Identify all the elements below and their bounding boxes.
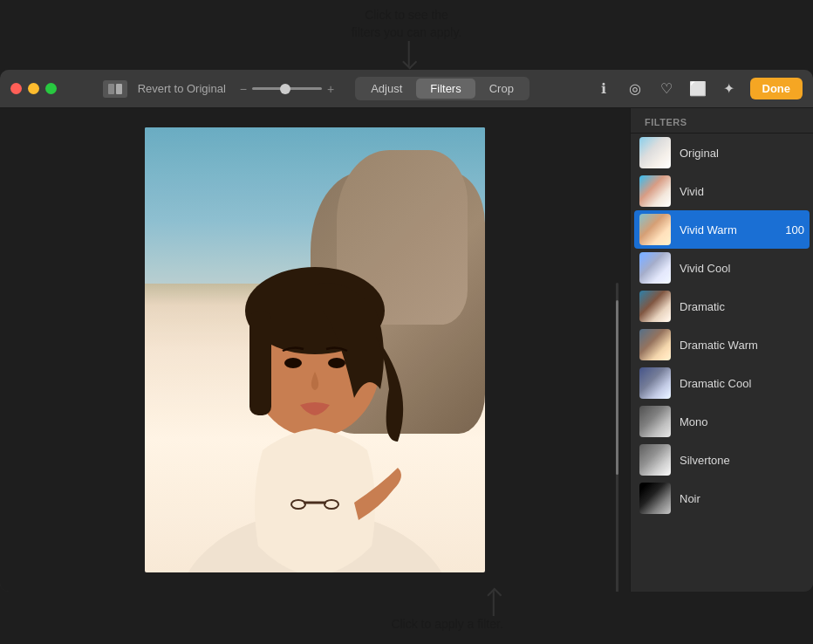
tab-filters[interactable]: Filters bbox=[416, 79, 475, 99]
filter-name-mono: Mono bbox=[680, 415, 804, 428]
info-button[interactable]: ℹ bbox=[593, 79, 614, 99]
filters-header: FILTERS bbox=[631, 108, 813, 134]
filter-item-vivid-cool[interactable]: Vivid Cool bbox=[631, 249, 813, 287]
filter-thumb-dramatic-cool bbox=[639, 367, 671, 399]
filter-thumb-original bbox=[639, 137, 671, 168]
filter-name-silvertone: Silvertone bbox=[680, 454, 804, 467]
filter-item-original[interactable]: Original bbox=[631, 134, 813, 172]
tooltip-top: Click to see the filters you can apply. bbox=[352, 7, 462, 41]
tooltip-top-line1: Click to see the bbox=[365, 8, 448, 22]
tab-crop[interactable]: Crop bbox=[475, 79, 528, 99]
photo-background bbox=[145, 127, 485, 572]
filter-thumb-dramatic bbox=[639, 291, 671, 322]
svg-rect-6 bbox=[249, 311, 271, 415]
compare-button[interactable] bbox=[103, 80, 127, 98]
filter-item-mono[interactable]: Mono bbox=[631, 402, 813, 441]
traffic-lights bbox=[10, 83, 57, 94]
zoom-minus[interactable]: − bbox=[240, 82, 247, 96]
main-window: Revert to Original − + Adjust Filters Cr… bbox=[0, 70, 813, 592]
photo-container bbox=[145, 127, 485, 572]
filter-thumb-dramatic-warm bbox=[639, 329, 671, 360]
svg-point-8 bbox=[328, 358, 345, 368]
magic-button[interactable]: ✦ bbox=[719, 79, 740, 99]
filter-item-vivid-warm[interactable]: Vivid Warm100 bbox=[634, 210, 810, 249]
titlebar: Revert to Original − + Adjust Filters Cr… bbox=[0, 70, 813, 108]
filter-name-vivid-warm: Vivid Warm bbox=[680, 223, 776, 236]
titlebar-center: Revert to Original − + Adjust Filters Cr… bbox=[57, 77, 576, 100]
done-button[interactable]: Done bbox=[750, 78, 803, 99]
filter-thumb-noir bbox=[639, 483, 671, 514]
titlebar-right: ℹ ◎ ♡ ⬜ ✦ Done bbox=[593, 78, 803, 99]
fullscreen-button[interactable] bbox=[45, 83, 57, 94]
zoom-plus[interactable]: + bbox=[327, 82, 334, 96]
face-button[interactable]: ◎ bbox=[625, 79, 646, 99]
filter-value-vivid-warm: 100 bbox=[785, 223, 804, 236]
filters-sidebar: FILTERS OriginalVividVivid Warm100Vivid … bbox=[630, 108, 813, 592]
filter-thumb-vivid bbox=[639, 175, 671, 207]
close-button[interactable] bbox=[10, 83, 22, 94]
filter-item-silvertone[interactable]: Silvertone bbox=[631, 441, 813, 479]
editing-tabs: Adjust Filters Crop bbox=[355, 77, 529, 100]
slider-track[interactable] bbox=[252, 87, 322, 90]
tooltip-bottom: Click to apply a filter. bbox=[391, 616, 502, 634]
zoom-slider: − + bbox=[240, 82, 334, 96]
filter-thumb-silvertone bbox=[639, 444, 671, 476]
filter-name-dramatic: Dramatic bbox=[680, 300, 804, 313]
filter-name-dramatic-cool: Dramatic Cool bbox=[680, 377, 804, 390]
filter-thumb-mono bbox=[639, 406, 671, 437]
main-content: FILTERS OriginalVividVivid Warm100Vivid … bbox=[0, 108, 813, 592]
svg-rect-1 bbox=[116, 84, 122, 94]
svg-rect-0 bbox=[108, 84, 114, 94]
revert-button[interactable]: Revert to Original bbox=[138, 82, 226, 95]
tooltip-top-line2: filters you can apply. bbox=[352, 25, 462, 39]
filter-name-noir: Noir bbox=[680, 492, 804, 505]
filter-item-dramatic-cool[interactable]: Dramatic Cool bbox=[631, 364, 813, 402]
filter-name-vivid-cool: Vivid Cool bbox=[680, 262, 804, 275]
minimize-button[interactable] bbox=[28, 83, 39, 94]
filter-thumb-vivid-warm bbox=[639, 214, 671, 245]
filter-name-vivid: Vivid bbox=[680, 185, 804, 198]
tooltip-bottom-arrow bbox=[493, 590, 495, 616]
scroll-indicator bbox=[616, 283, 618, 592]
filter-item-dramatic-warm[interactable]: Dramatic Warm bbox=[631, 325, 813, 364]
filter-item-noir[interactable]: Noir bbox=[631, 479, 813, 517]
share-button[interactable]: ⬜ bbox=[687, 79, 708, 99]
filter-list: OriginalVividVivid Warm100Vivid CoolDram… bbox=[631, 134, 813, 592]
photo-area bbox=[0, 108, 630, 592]
filter-name-dramatic-warm: Dramatic Warm bbox=[680, 339, 804, 352]
filter-item-vivid[interactable]: Vivid bbox=[631, 172, 813, 210]
tab-adjust[interactable]: Adjust bbox=[357, 79, 416, 99]
svg-point-7 bbox=[284, 358, 302, 368]
scroll-thumb bbox=[616, 300, 618, 475]
tooltip-top-arrow bbox=[407, 41, 409, 67]
filter-item-dramatic[interactable]: Dramatic bbox=[631, 287, 813, 325]
filter-name-original: Original bbox=[680, 147, 804, 160]
portrait-svg bbox=[145, 127, 485, 572]
tooltip-bottom-text: Click to apply a filter. bbox=[391, 617, 502, 631]
filter-thumb-vivid-cool bbox=[639, 252, 671, 284]
slider-thumb bbox=[280, 84, 290, 94]
favorite-button[interactable]: ♡ bbox=[656, 79, 677, 99]
